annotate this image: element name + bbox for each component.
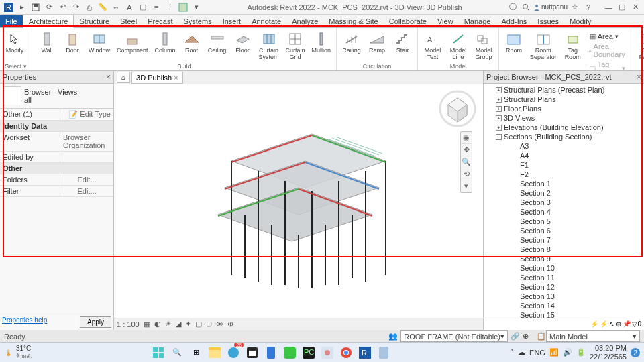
component-button[interactable]: Component [114, 29, 151, 56]
crop-visible-icon[interactable]: ⊡ [206, 320, 212, 328]
tree-item[interactable]: Section 2 [484, 188, 644, 198]
tree-item[interactable]: F2 [484, 170, 644, 179]
model-text-button[interactable]: AModelText [421, 29, 445, 62]
undo-icon[interactable]: ↶ [56, 1, 68, 13]
taskbar-app-clipboard[interactable] [375, 344, 392, 361]
tree-item[interactable]: A3 [484, 141, 644, 151]
room-button[interactable]: Room [502, 29, 526, 56]
tree-toggle-icon[interactable]: + [496, 87, 502, 93]
steering-wheel-icon[interactable]: ◉ [461, 132, 472, 144]
redo-icon[interactable]: ↷ [70, 1, 82, 13]
view-canvas[interactable]: ◉ ✥ 🔍 ⟲ ▾ [114, 84, 483, 318]
tray-chevron-icon[interactable]: ˄ [510, 348, 514, 357]
tree-item[interactable]: Section 8 [484, 245, 644, 254]
apply-button[interactable]: Apply [80, 316, 111, 328]
thin-lines-icon[interactable] [177, 1, 189, 13]
open-icon[interactable]: ▸ [16, 1, 28, 13]
tree-item[interactable]: Section 14 [484, 301, 644, 310]
tree-item[interactable]: Section 1 [484, 179, 644, 188]
tree-item[interactable]: Section 10 [484, 263, 644, 273]
taskbar-app-edge[interactable]: 26 [225, 344, 242, 361]
tag-room-button[interactable]: Tag Room [561, 29, 585, 62]
close-hidden-icon[interactable]: ▾ [191, 1, 203, 13]
look-icon[interactable]: ▾ [461, 180, 472, 192]
tab-structure[interactable]: Structure [74, 15, 115, 27]
tab-massing-site[interactable]: Massing & Site [323, 15, 383, 27]
visual-style-icon[interactable]: ◐ [154, 320, 161, 328]
editing-requests-icon[interactable]: ⊕ [523, 332, 529, 341]
model-line-button[interactable]: ModelLine [446, 29, 470, 62]
tab-view[interactable]: View [432, 15, 459, 27]
maximize-button[interactable]: ▢ [616, 1, 628, 13]
folders-edit-button[interactable]: Edit... [60, 174, 113, 185]
area-boundary-button[interactable]: ▫Area Boundary [586, 42, 628, 59]
properties-help-link[interactable]: Properties help [2, 316, 47, 328]
design-option-icon[interactable]: 📋 [537, 332, 546, 341]
edit-type-button[interactable]: 📝 Edit Type [60, 109, 113, 120]
editable-only-icon[interactable]: 🔗 [511, 332, 520, 341]
user-icon[interactable]: nuttpanu [533, 1, 568, 13]
tab-systems[interactable]: Systems [178, 15, 217, 27]
favorites-icon[interactable]: ☆ [569, 1, 581, 13]
curtain-grid-button[interactable]: CurtainGrid [283, 29, 308, 62]
taskbar-app-store[interactable] [244, 344, 261, 361]
rendering-icon[interactable]: ✦ [185, 320, 191, 328]
tree-item[interactable]: +Elevations (Building Elevation) [484, 123, 644, 132]
task-view-button[interactable]: ⊞ [187, 344, 205, 361]
tray-wifi-icon[interactable]: 📶 [549, 348, 559, 357]
tree-toggle-icon[interactable]: + [496, 97, 502, 103]
shadows-icon[interactable]: ◢ [176, 320, 181, 328]
tree-item[interactable]: Section 12 [484, 282, 644, 292]
tray-notifications-icon[interactable]: 2 [631, 348, 640, 357]
model-group-button[interactable]: ModelGroup [472, 29, 496, 62]
taskbar-app-chrome[interactable] [337, 344, 355, 361]
sun-path-icon[interactable]: ☀ [165, 320, 172, 328]
search-button[interactable]: 🔍 [168, 344, 186, 361]
detail-level-icon[interactable]: ▦ [144, 320, 150, 328]
tab-manage[interactable]: Manage [459, 15, 496, 27]
hide-isolate-icon[interactable]: 👁 [216, 320, 223, 328]
zoom-icon[interactable]: 🔍 [461, 156, 472, 168]
taskbar-app-revit[interactable]: R [356, 344, 374, 361]
measure-icon[interactable]: 📏 [97, 1, 109, 13]
drag-icon[interactable]: ⊕ [616, 320, 621, 328]
tree-item[interactable]: −Sections (Building Section) [484, 132, 644, 141]
help-icon[interactable]: ? [582, 1, 594, 13]
tray-clock[interactable]: 03:20 PM22/12/2565 [590, 344, 627, 360]
minimize-button[interactable]: — [602, 1, 614, 13]
stair-button[interactable]: Stair [390, 29, 415, 56]
workset-value[interactable]: Browser Organization [60, 132, 113, 151]
start-button[interactable] [150, 344, 167, 361]
tree-item[interactable]: Section 7 [484, 235, 644, 245]
tree-toggle-icon[interactable]: − [496, 134, 502, 140]
tree-item[interactable]: +Structural Plans (Precast Plan) [484, 85, 644, 95]
close-button[interactable]: ✕ [629, 1, 641, 13]
revit-logo-icon[interactable]: R [3, 1, 15, 13]
workset-icon[interactable]: 👥 [388, 332, 398, 341]
tree-item[interactable]: F1 [484, 160, 644, 170]
tree-item[interactable]: Section 4 [484, 207, 644, 217]
tree-item[interactable]: Section 11 [484, 273, 644, 282]
more-icon[interactable]: ⋮ [164, 1, 176, 13]
info-icon[interactable]: ⓘ [506, 1, 519, 13]
curtain-system-button[interactable]: CurtainSystem [256, 29, 282, 62]
tray-lang[interactable]: ENG [529, 349, 545, 357]
ceiling-button[interactable]: Ceiling [205, 29, 229, 56]
railing-button[interactable]: Railing [339, 29, 364, 56]
view-tab-3d[interactable]: 3D Publish× [131, 72, 183, 84]
mullion-button[interactable]: Mullion [309, 29, 334, 56]
door-button[interactable]: Door [60, 29, 85, 56]
tree-item[interactable]: +3D Views [484, 113, 644, 123]
tab-close-icon[interactable]: × [174, 74, 178, 82]
taskbar-app-phone[interactable] [262, 344, 280, 361]
orbit-icon[interactable]: ⟲ [461, 168, 472, 180]
properties-close-icon[interactable]: × [106, 72, 111, 82]
tray-volume-icon[interactable]: 🔊 [563, 348, 572, 357]
tab-steel[interactable]: Steel [115, 15, 142, 27]
tag-icon[interactable]: ▢ [137, 1, 149, 13]
tree-item[interactable]: Section 3 [484, 198, 644, 207]
weather-widget[interactable]: 🌡 31°Cฟ้าหลัว [4, 345, 32, 361]
taskbar-app-pycharm[interactable]: PC [300, 344, 317, 361]
tab-issues[interactable]: Issues [532, 15, 564, 27]
view-cube[interactable] [439, 90, 476, 127]
